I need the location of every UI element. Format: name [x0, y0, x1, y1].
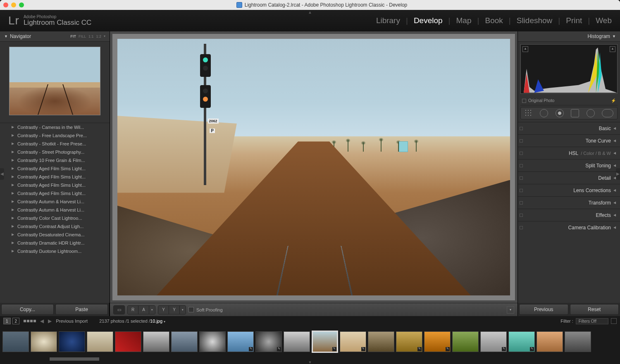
panel-switch-icon[interactable]: [520, 139, 523, 143]
preset-folder[interactable]: ▶Contrastly Color Cast Lightroo...: [0, 214, 110, 222]
module-map[interactable]: Map: [456, 16, 472, 25]
panel-hsl[interactable]: HSL/ Color / B & W: [518, 147, 620, 159]
panel-split-toning[interactable]: Split Toning: [518, 159, 620, 171]
preset-folder[interactable]: ▶Contrastly Duotone Lightroom...: [0, 247, 110, 255]
radial-filter-tool-icon[interactable]: [587, 109, 595, 117]
collapse-filmstrip-icon[interactable]: ▼: [0, 361, 620, 364]
preset-folder[interactable]: ▶Contrastly 10 Free Grain & Film...: [0, 156, 110, 164]
preset-folder[interactable]: ▶Contrastly - Free Landscape Pre...: [0, 131, 110, 140]
filmstrip-thumb[interactable]: ✎: [227, 331, 254, 352]
panel-switch-icon[interactable]: [520, 152, 523, 155]
before-after-drop2-icon[interactable]: ▾: [180, 306, 186, 314]
panel-switch-icon[interactable]: [520, 214, 523, 217]
main-photo[interactable]: 2062 P: [117, 39, 510, 295]
histogram-header[interactable]: Histogram ▼: [518, 31, 620, 42]
zoom-fit[interactable]: FIT: [70, 34, 76, 38]
module-book[interactable]: Book: [485, 16, 503, 25]
zoom-1-1[interactable]: 1:1: [88, 34, 94, 38]
filmstrip-thumb[interactable]: ✎: [255, 331, 282, 352]
zoom-1-2[interactable]: 1:2: [96, 34, 101, 38]
copy-settings-button[interactable]: Copy...: [1, 304, 54, 315]
paste-settings-button[interactable]: Paste: [55, 304, 108, 315]
preset-folder[interactable]: ▶Contrastly Dramatic HDR Lightr...: [0, 239, 110, 247]
filmstrip-thumb[interactable]: [115, 331, 141, 352]
filmstrip-scrollbar[interactable]: [0, 357, 620, 361]
filter-select[interactable]: Filters Off: [576, 318, 608, 324]
module-slideshow[interactable]: Slideshow: [517, 16, 553, 25]
before-after-r-icon[interactable]: R: [128, 306, 138, 314]
filmstrip-thumb[interactable]: [199, 331, 226, 352]
expand-left-panel-icon[interactable]: ◀: [0, 168, 4, 180]
filmstrip-thumb[interactable]: ✎: [508, 331, 535, 352]
before-after-a-icon[interactable]: A: [138, 306, 149, 314]
preset-folder[interactable]: ▶Contrastly Aged Film Sims Light...: [0, 189, 110, 197]
toolbar-overflow-button[interactable]: ▾: [507, 306, 514, 314]
before-after-drop-icon[interactable]: ▾: [149, 306, 155, 314]
filmstrip-thumb[interactable]: [31, 331, 57, 352]
zoom-more-icon[interactable]: ▾: [104, 34, 105, 38]
preset-folder[interactable]: ▶Contrastly Aged Film Sims Light...: [0, 173, 110, 181]
before-after-segment-1[interactable]: R A ▾: [127, 305, 155, 314]
preset-folder[interactable]: ▶Contrastly Contrast Adjust Ligh...: [0, 222, 110, 231]
loupe-view-icon[interactable]: ▭: [114, 306, 124, 314]
zoom-fill[interactable]: FILL: [79, 34, 86, 38]
panel-switch-icon[interactable]: [520, 201, 523, 205]
filmstrip[interactable]: ✎✎✎✎✎✎✎✎: [0, 326, 620, 357]
filmstrip-thumb[interactable]: ✎: [480, 331, 507, 352]
close-window-icon[interactable]: [3, 2, 8, 7]
before-after-y1-icon[interactable]: Y: [158, 306, 169, 314]
filmstrip-thumb[interactable]: [537, 331, 563, 352]
preset-folder[interactable]: ▶Contrastly - Cameras in the Wil...: [0, 123, 110, 131]
filmstrip-thumb[interactable]: ✎: [340, 331, 366, 352]
soft-proofing-checkbox[interactable]: [188, 307, 194, 312]
preset-folder[interactable]: ▶Contrastly Autumn & Harvest Li...: [0, 206, 110, 214]
redeye-tool-icon[interactable]: [556, 109, 564, 117]
reset-button[interactable]: Reset: [570, 304, 619, 315]
before-after-segment-2[interactable]: Y Y ▾: [158, 305, 186, 314]
filmstrip-thumb[interactable]: [284, 331, 310, 352]
navigator-preview[interactable]: [9, 47, 100, 115]
panel-switch-icon[interactable]: [520, 164, 523, 167]
flash-icon[interactable]: ⚡: [611, 98, 616, 103]
filter-lock-icon[interactable]: [611, 318, 617, 324]
graduated-filter-tool-icon[interactable]: [571, 109, 579, 117]
source-label[interactable]: Previous Import: [56, 319, 88, 324]
filmstrip-thumb[interactable]: [171, 331, 198, 352]
panel-switch-icon[interactable]: [520, 127, 523, 130]
preset-folder[interactable]: ▶Contrastly Autumn & Harvest Li...: [0, 197, 110, 206]
panel-lens-corrections[interactable]: Lens Corrections: [518, 184, 620, 196]
preset-folder[interactable]: ▶Contrastly Desaturated Cinema...: [0, 231, 110, 239]
filmstrip-thumb[interactable]: [452, 331, 479, 352]
filmstrip-thumb[interactable]: [87, 331, 113, 352]
panel-effects[interactable]: Effects: [518, 209, 620, 221]
navigator-header[interactable]: ▼ Navigator FITFILL1:11:2▾: [0, 31, 110, 42]
preset-folder[interactable]: ▶Contrastly Aged Film Sims Light...: [0, 181, 110, 189]
preset-folder[interactable]: ▶Contrastly - Street Photography...: [0, 148, 110, 156]
filmstrip-thumb[interactable]: ✎: [424, 331, 451, 352]
filmstrip-thumb[interactable]: ✎: [312, 331, 338, 353]
nav-forward-icon[interactable]: ▶: [48, 318, 52, 324]
adjustment-brush-tool-icon[interactable]: [602, 109, 613, 117]
module-develop[interactable]: Develop: [414, 16, 443, 25]
before-after-y2-icon[interactable]: Y: [169, 306, 180, 314]
display-1-button[interactable]: 1: [3, 318, 11, 324]
module-library[interactable]: Library: [376, 16, 400, 25]
panel-basic[interactable]: Basic: [518, 122, 620, 134]
previous-button[interactable]: Previous: [519, 304, 568, 315]
spot-removal-tool-icon[interactable]: [540, 109, 548, 117]
histogram[interactable]: ▲ ▲: [520, 44, 618, 94]
nav-back-icon[interactable]: ◀: [40, 318, 44, 324]
minimize-window-icon[interactable]: [11, 2, 16, 7]
grid-view-icon[interactable]: [24, 320, 36, 322]
zoom-window-icon[interactable]: [19, 2, 24, 7]
panel-camera-calibration[interactable]: Camera Calibration: [518, 221, 620, 233]
panel-transform[interactable]: Transform: [518, 196, 620, 209]
crop-tool-icon[interactable]: [525, 109, 533, 117]
filmstrip-thumb[interactable]: [2, 331, 29, 352]
view-mode-segment[interactable]: ▭: [113, 305, 125, 314]
module-print[interactable]: Print: [566, 16, 582, 25]
original-photo-checkbox[interactable]: [522, 99, 526, 103]
display-2-button[interactable]: 2: [12, 318, 20, 324]
filmstrip-thumb[interactable]: [143, 331, 169, 352]
filmstrip-thumb[interactable]: [368, 331, 394, 352]
